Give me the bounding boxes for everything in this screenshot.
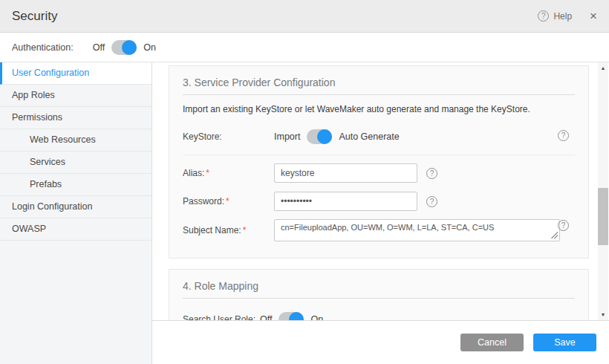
search-user-role-label: Search User Role: xyxy=(183,314,260,321)
alias-label: Alias:* xyxy=(183,168,274,178)
authentication-off-label: Off xyxy=(93,42,105,53)
security-dialog: Security ? Help × Authentication: Off On… xyxy=(0,0,609,364)
authentication-label: Authentication: xyxy=(12,42,74,53)
password-help-icon[interactable]: ? xyxy=(426,196,437,207)
scrollbar-thumb[interactable] xyxy=(598,188,608,245)
dialog-footer: Cancel Save xyxy=(152,321,609,364)
page-title: Security xyxy=(12,9,538,24)
scrollbar-track[interactable]: ▲ ▼ xyxy=(598,62,608,320)
sidebar-item-owasp[interactable]: OWASP xyxy=(0,218,152,241)
alias-row: Alias:* ? xyxy=(183,163,575,183)
save-button[interactable]: Save xyxy=(533,334,596,351)
authentication-on-label: On xyxy=(143,42,156,53)
alias-help-icon[interactable]: ? xyxy=(426,168,437,179)
sidebar-item-permissions[interactable]: Permissions xyxy=(0,107,152,129)
required-marker: * xyxy=(226,196,229,207)
main-content: 3. Service Provider Configuration Import… xyxy=(152,62,609,364)
search-user-role-row: Search User Role: Off On xyxy=(183,312,575,321)
alias-input[interactable] xyxy=(274,163,417,183)
subject-name-label: Subject Name:* xyxy=(183,225,274,235)
keystore-row: KeyStore: Import Auto Generate ? xyxy=(183,129,575,155)
password-input[interactable] xyxy=(274,192,417,211)
help-icon: ? xyxy=(538,10,549,22)
subject-name-row: Subject Name:* cn=FileuploadApp, OU=WM, … xyxy=(183,219,575,241)
search-user-role-on-label: On xyxy=(310,314,323,321)
section-service-provider-configuration: 3. Service Provider Configuration Import… xyxy=(169,65,589,259)
sidebar-item-services[interactable]: Services xyxy=(0,152,152,174)
help-button[interactable]: ? Help xyxy=(538,10,572,22)
scrollbar-down-arrow-icon[interactable]: ▼ xyxy=(598,312,608,317)
authentication-bar: Authentication: Off On xyxy=(0,33,609,62)
titlebar: Security ? Help × xyxy=(0,0,609,33)
dialog-body: User Configuration App Roles Permissions… xyxy=(0,62,609,364)
resize-handle[interactable] xyxy=(551,232,558,238)
subject-name-textarea[interactable]: cn=FileuploadApp, OU=WM, O=WM, L=LA, ST=… xyxy=(274,219,560,241)
sidebar: User Configuration App Roles Permissions… xyxy=(0,62,152,364)
section-title: 3. Service Provider Configuration xyxy=(183,77,575,95)
keystore-import-label: Import xyxy=(274,131,300,142)
required-marker: * xyxy=(206,168,209,178)
keystore-toggle[interactable] xyxy=(307,129,332,144)
authentication-toggle[interactable] xyxy=(111,40,137,55)
search-user-role-toggle[interactable] xyxy=(279,312,304,321)
sidebar-item-app-roles[interactable]: App Roles xyxy=(0,85,152,107)
scroll-viewport: 3. Service Provider Configuration Import… xyxy=(152,62,609,321)
sidebar-item-prefabs[interactable]: Prefabs xyxy=(0,174,152,196)
section-description: Import an existing KeyStore or let WaveM… xyxy=(183,104,575,114)
section-title: 4. Role Mapping xyxy=(183,280,575,299)
search-user-role-off-label: Off xyxy=(260,314,272,321)
password-label: Password:* xyxy=(183,196,274,207)
keystore-auto-generate-label: Auto Generate xyxy=(339,131,399,142)
password-row: Password:* ? xyxy=(183,192,575,211)
help-label: Help xyxy=(553,11,572,22)
sidebar-item-login-configuration[interactable]: Login Configuration xyxy=(0,196,152,218)
sidebar-item-user-configuration[interactable]: User Configuration xyxy=(0,62,152,85)
section-role-mapping: 4. Role Mapping Search User Role: Off On xyxy=(169,269,589,321)
subject-name-help-icon[interactable]: ? xyxy=(558,220,569,231)
keystore-label: KeyStore: xyxy=(183,131,274,142)
subject-name-field-wrap: cn=FileuploadApp, OU=WM, O=WM, L=LA, ST=… xyxy=(274,219,560,241)
required-marker: * xyxy=(243,225,247,235)
scrollbar-up-arrow-icon[interactable]: ▲ xyxy=(598,65,608,71)
close-icon[interactable]: × xyxy=(590,10,597,22)
cancel-button[interactable]: Cancel xyxy=(460,334,524,351)
sidebar-item-web-resources[interactable]: Web Resources xyxy=(0,129,152,152)
keystore-help-icon[interactable]: ? xyxy=(558,130,569,141)
